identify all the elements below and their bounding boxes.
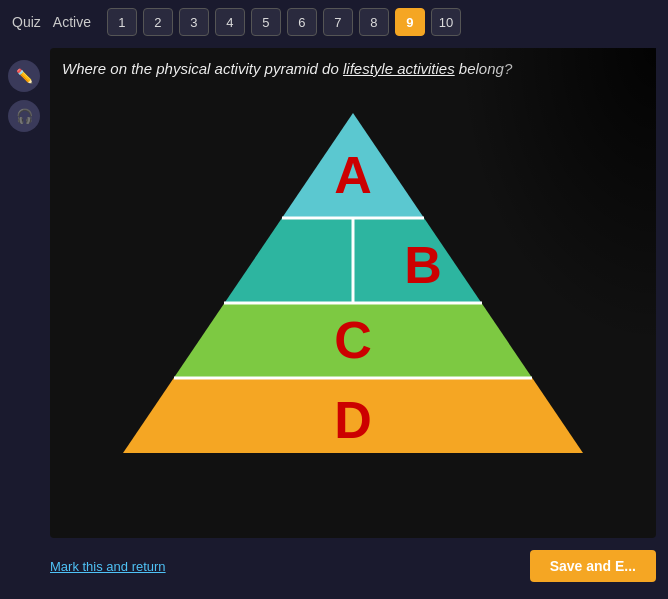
q-num-8[interactable]: 8 — [359, 8, 389, 36]
pencil-icon[interactable]: ✏️ — [8, 60, 40, 92]
mark-return-link[interactable]: Mark this and return — [50, 559, 166, 574]
q-num-2[interactable]: 2 — [143, 8, 173, 36]
q-num-5[interactable]: 5 — [251, 8, 281, 36]
q-num-6[interactable]: 6 — [287, 8, 317, 36]
top-bar: Quiz Active 1 2 3 4 5 6 7 8 9 10 — [0, 0, 668, 44]
pyramid-container: A B C D — [62, 93, 644, 483]
svg-text:B: B — [404, 236, 442, 294]
question-text: Where on the physical activity pyramid d… — [62, 60, 644, 77]
left-icons: ✏️ 🎧 — [8, 60, 40, 132]
bottom-area: Mark this and return Save and E... — [0, 542, 668, 590]
q-num-10[interactable]: 10 — [431, 8, 461, 36]
top-bar-labels: Quiz Active — [12, 14, 91, 30]
save-button[interactable]: Save and E... — [530, 550, 656, 582]
active-label: Active — [53, 14, 91, 30]
svg-text:A: A — [334, 146, 372, 204]
q-num-1[interactable]: 1 — [107, 8, 137, 36]
svg-text:D: D — [334, 391, 372, 449]
q-num-9[interactable]: 9 — [395, 8, 425, 36]
q-num-3[interactable]: 3 — [179, 8, 209, 36]
quiz-label: Quiz — [12, 14, 41, 30]
question-numbers: 1 2 3 4 5 6 7 8 9 10 — [107, 8, 461, 36]
q-num-4[interactable]: 4 — [215, 8, 245, 36]
headphone-icon[interactable]: 🎧 — [8, 100, 40, 132]
main-content: Where on the physical activity pyramid d… — [50, 48, 656, 538]
svg-text:C: C — [334, 311, 372, 369]
q-num-7[interactable]: 7 — [323, 8, 353, 36]
pyramid-svg: A B C D — [113, 103, 593, 473]
